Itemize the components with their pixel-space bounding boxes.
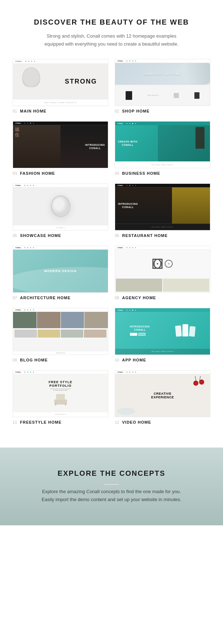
- discover-title: DISCOVER THE BEAUTY OF THE WEB: [11, 18, 212, 26]
- demo-thumbnail-04[interactable]: CONALL CREATE WITHCONALL NEW CONALL THEM…: [115, 121, 210, 168]
- demo-item-09: CONALL FEATURED LI: [13, 308, 108, 364]
- demo-thumbnail-11[interactable]: CONALL FREE STYLEPORTFOLIO The place whe…: [13, 370, 108, 417]
- demo-item-02: CONALL SIMPLICITY & STYLE NEW CONCEPTS: [115, 59, 210, 115]
- demo-thumbnail-10[interactable]: CONALL INTRODUCINGCONALL: [115, 308, 210, 355]
- demo-item-07: CONALL MODERN DESIGN 07 ARCHITECTURE HOM…: [13, 246, 108, 301]
- demo-name-08: AGENCY HOME: [122, 296, 156, 300]
- demo-item-04: CONALL CREATE WITHCONALL NEW CONALL THEM…: [115, 121, 210, 177]
- demo-name-06: RESTAURANT HOME: [122, 233, 168, 238]
- demo-name-01: MAIN HOME: [20, 109, 46, 113]
- explore-section: EXPLORE THE CONCEPTS Explore the amazing…: [0, 448, 223, 525]
- demo-name-04: BUSINESS HOME: [122, 171, 160, 175]
- demo-name-12: VIDEO HOME: [122, 420, 151, 424]
- demo-thumbnail-03[interactable]: CONALL 福住 INTRODUCINGCONALL: [13, 121, 108, 168]
- demo-label-01: 01 MAIN HOME: [13, 109, 108, 115]
- demo-name-02: SHOP HOME: [122, 109, 150, 113]
- demo-item-03: CONALL 福住 INTRODUCINGCONALL 03 FASHION H…: [13, 121, 108, 177]
- demo-thumbnail-05[interactable]: CONALL TOP QUALITY: [13, 183, 108, 230]
- demo-label-02: 02 SHOP HOME: [115, 109, 210, 115]
- demo-name-07: ARCHITECTURE HOME: [20, 296, 71, 300]
- demo-name-09: BLOG HOME: [20, 358, 48, 362]
- demos-grid-wrapper: CONALL STRONG NEW CONALL THEME CONCEPTS …: [11, 59, 212, 426]
- demo-item-06: CONALL INTRODUCINGCONALL NEW CONALL THEM…: [115, 183, 210, 239]
- demo-item-05: CONALL TOP QUALITY 05 SHOWCASE HOME: [13, 183, 108, 239]
- demo-thumbnail-02[interactable]: CONALL SIMPLICITY & STYLE NEW CONCEPTS: [115, 59, 210, 106]
- demo-label-08: 08 AGENCY HOME: [115, 296, 210, 301]
- demo-label-06: 06 RESTAURANT HOME: [115, 233, 210, 239]
- demo-item-12: CONALL CREATIVEEXPERIENCE: [115, 370, 210, 426]
- discover-section: DISCOVER THE BEAUTY OF THE WEB Strong an…: [0, 0, 223, 444]
- demo-label-11: 11 FREESTYLE HOME: [13, 420, 108, 426]
- demo-label-09: 09 BLOG HOME: [13, 358, 108, 364]
- explore-title: EXPLORE THE CONCEPTS: [14, 469, 209, 478]
- explore-divider: [104, 484, 119, 485]
- demo-thumbnail-09[interactable]: CONALL FEATURED LI: [13, 308, 108, 355]
- demo-thumbnail-01[interactable]: CONALL STRONG NEW CONALL THEME CONCEPTS: [13, 59, 108, 106]
- demo-thumbnail-07[interactable]: CONALL MODERN DESIGN: [13, 246, 108, 293]
- demo-label-10: 10 APP HOME: [115, 358, 210, 364]
- demo-item-11: CONALL FREE STYLEPORTFOLIO The place whe…: [13, 370, 108, 426]
- demo-thumbnail-08[interactable]: CONALL: [115, 246, 210, 293]
- demo-name-10: APP HOME: [122, 358, 146, 362]
- demo-label-07: 07 ARCHITECTURE HOME: [13, 296, 108, 301]
- demo-name-05: SHOWCASE HOME: [20, 233, 61, 238]
- demo-name-03: FASHION HOME: [20, 171, 55, 175]
- demo-label-03: 03 FASHION HOME: [13, 171, 108, 177]
- demo-thumbnail-12[interactable]: CONALL CREATIVEEXPERIENCE: [115, 370, 210, 417]
- demo-name-11: FREESTYLE HOME: [20, 420, 62, 424]
- demo-label-12: 12 VIDEO HOME: [115, 420, 210, 426]
- discover-subtitle: Strong and stylish, Conall comes with 12…: [39, 32, 184, 48]
- explore-subtitle: Explore the amazing Conall concepts to f…: [39, 488, 184, 504]
- demo-thumbnail-06[interactable]: CONALL INTRODUCINGCONALL NEW CONALL THEM…: [115, 183, 210, 230]
- demo-item-01: CONALL STRONG NEW CONALL THEME CONCEPTS …: [13, 59, 108, 115]
- demo-label-04: 04 BUSINESS HOME: [115, 171, 210, 177]
- demo-item-10: CONALL INTRODUCINGCONALL: [115, 308, 210, 364]
- demos-grid: CONALL STRONG NEW CONALL THEME CONCEPTS …: [13, 59, 210, 426]
- demo-label-05: 05 SHOWCASE HOME: [13, 233, 108, 239]
- demo-item-08: CONALL: [115, 246, 210, 301]
- demo-number-01: 01: [13, 109, 17, 113]
